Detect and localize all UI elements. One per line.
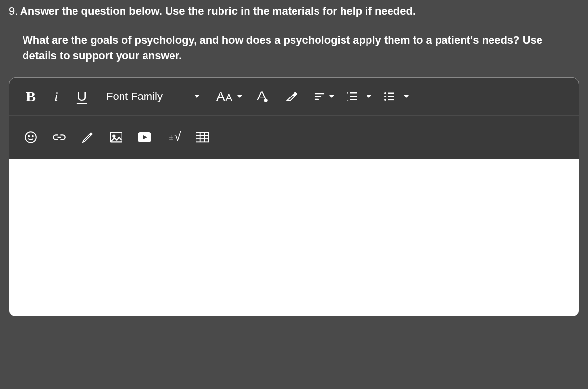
image-button[interactable] — [103, 124, 129, 150]
editor-toolbar: B i U Font Family A A — [9, 78, 579, 159]
bold-icon: B — [26, 88, 36, 105]
question-number: 9. — [9, 5, 18, 17]
image-icon — [109, 131, 123, 143]
align-select[interactable] — [309, 91, 338, 102]
draw-button[interactable] — [75, 124, 100, 150]
svg-point-16 — [25, 132, 36, 143]
italic-icon: i — [54, 89, 58, 104]
svg-point-20 — [113, 135, 115, 137]
pencil-icon — [81, 131, 94, 144]
svg-rect-22 — [196, 133, 209, 142]
font-family-label: Font Family — [106, 90, 163, 103]
svg-point-18 — [32, 136, 33, 137]
chevron-down-icon — [237, 95, 242, 98]
link-icon — [52, 132, 66, 143]
font-family-select[interactable]: Font Family — [98, 90, 206, 103]
question-prompt: What are the goals of psychology, and ho… — [23, 32, 579, 64]
question-block: 9. Answer the question below. Use the ru… — [0, 0, 588, 64]
svg-text:1: 1 — [347, 92, 349, 95]
svg-text:2: 2 — [347, 95, 349, 98]
italic-button[interactable]: i — [44, 84, 69, 109]
video-button[interactable] — [132, 124, 157, 150]
text-color-icon — [255, 90, 269, 103]
video-icon — [137, 132, 152, 143]
svg-point-17 — [28, 136, 29, 137]
highlight-icon — [285, 90, 297, 103]
bold-button[interactable]: B — [18, 84, 44, 109]
svg-point-11 — [384, 96, 386, 97]
underline-button[interactable]: U — [69, 84, 95, 109]
link-button[interactable] — [47, 124, 72, 150]
svg-point-0 — [264, 98, 268, 102]
table-icon — [196, 132, 209, 143]
ordered-list-icon: 1 2 3 — [345, 91, 359, 102]
svg-rect-14 — [388, 96, 394, 97]
ordered-list-select[interactable]: 1 2 3 — [341, 91, 375, 102]
rich-text-editor: B i U Font Family A A — [9, 77, 579, 316]
svg-text:3: 3 — [347, 98, 349, 101]
emoji-button[interactable] — [18, 124, 44, 150]
question-instruction: Answer the question below. Use the rubri… — [20, 5, 416, 17]
math-icon: ± √ — [169, 130, 181, 144]
bullet-list-icon — [382, 91, 396, 102]
toolbar-row-2: ± √ — [9, 115, 579, 159]
font-size-select[interactable]: A A — [206, 89, 246, 104]
svg-point-10 — [384, 92, 386, 94]
svg-point-12 — [384, 99, 386, 101]
chevron-down-icon — [195, 95, 199, 98]
font-size-small-icon: A — [226, 92, 232, 103]
align-left-icon — [313, 91, 326, 102]
emoji-icon — [24, 131, 37, 144]
table-button[interactable] — [190, 124, 215, 150]
font-size-big-icon: A — [216, 89, 225, 104]
svg-rect-9 — [350, 99, 357, 100]
chevron-down-icon — [404, 95, 409, 98]
svg-rect-7 — [350, 92, 357, 94]
chevron-down-icon — [329, 95, 334, 98]
toolbar-row-1: B i U Font Family A A — [9, 78, 579, 115]
math-button[interactable]: ± √ — [160, 124, 190, 150]
text-color-button[interactable] — [249, 84, 274, 109]
editor-textarea[interactable] — [9, 159, 579, 316]
highlight-button[interactable] — [278, 84, 304, 109]
bullet-list-select[interactable] — [378, 91, 413, 102]
chevron-down-icon — [367, 95, 371, 98]
svg-rect-15 — [388, 99, 394, 100]
svg-rect-8 — [350, 96, 357, 97]
underline-icon: U — [77, 89, 87, 104]
svg-rect-13 — [388, 92, 394, 94]
